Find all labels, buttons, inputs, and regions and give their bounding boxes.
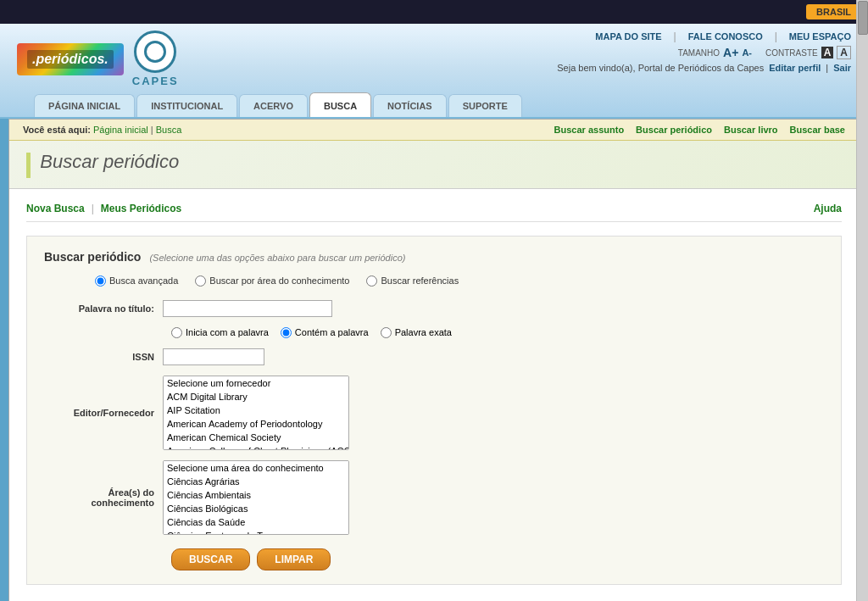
tab-pagina-inicial[interactable]: PÁGINA INICIAL [34,94,135,117]
issn-label: ISSN [44,352,163,362]
radio-busca-avancada-input[interactable] [95,275,106,287]
nova-busca-link[interactable]: Nova Busca [26,203,85,214]
area-option-1[interactable]: Ciências Agrárias [164,475,348,488]
contraste-label: CONTRASTE [765,48,818,58]
palavra-titulo-field: Palavra no título: [44,300,824,317]
header-top: .periódicos. CAPES MAPA DO SITE | FALE C… [17,31,851,87]
search-title-row: Buscar periódico (Selecione uma das opçõ… [44,250,824,264]
radio-exata-label: Palavra exata [395,327,452,337]
header-links: MAPA DO SITE | FALE CONOSCO | MEU ESPAÇO… [557,31,851,78]
font-larger-button[interactable]: A+ [723,46,738,59]
breadcrumb-left: Você está aqui: Página inicial | Busca [23,125,181,135]
radio-contem-label: Contém a palavra [295,327,369,337]
buscar-assunto-link[interactable]: Buscar assunto [554,125,625,135]
buscar-base-link[interactable]: Buscar base [790,125,845,135]
editor-option-3[interactable]: American Academy of Periodontology [164,417,348,431]
capes-circle-icon [134,31,176,73]
issn-input[interactable] [163,348,264,365]
tab-acervo[interactable]: ACERVO [239,94,308,117]
sair-link[interactable]: Sair [833,63,851,73]
tab-suporte[interactable]: SUPORTE [448,94,522,117]
editor-option-5[interactable]: American College of Chest Physicians (AC… [164,444,348,450]
search-section-title: Buscar periódico [44,250,141,264]
brasil-button[interactable]: BRASIL [806,4,861,19]
palavra-titulo-input[interactable] [163,300,332,317]
area-option-0[interactable]: Selecione uma área do conhecimento [164,461,348,475]
ajuda-link[interactable]: Ajuda [814,203,842,214]
contrast-dark-button[interactable]: A [821,47,834,58]
buscar-livro-link[interactable]: Buscar livro [724,125,778,135]
breadcrumb-home[interactable]: Página inicial [93,125,148,135]
radio-busca-area[interactable]: Buscar por área do conhecimento [195,275,349,287]
editor-option-1[interactable]: ACM Digital Library [164,390,348,403]
area-option-2[interactable]: Ciências Ambientais [164,488,348,502]
search-button[interactable]: BUSCAR [171,548,250,570]
radio-contem[interactable]: Contém a palavra [281,327,369,338]
area-option-4[interactable]: Ciências da Saúde [164,515,348,529]
header: .periódicos. CAPES MAPA DO SITE | FALE C… [0,24,868,119]
welcome-text: Seja bem vindo(a), Portal de Periódicos … [557,63,764,73]
issn-field: ISSN [44,348,824,365]
tab-busca[interactable]: BUSCA [309,92,371,117]
tamanho-label: TAMANHO [678,48,720,58]
radio-exata-input[interactable] [381,327,392,338]
meus-periodicos-link[interactable]: Meus Periódicos [101,203,181,214]
search-section: Buscar periódico (Selecione uma das opçõ… [26,236,842,585]
periodicos-logo[interactable]: .periódicos. [17,43,124,75]
radio-inicia-input[interactable] [171,327,182,338]
breadcrumb-prefix: Você está aqui: [23,125,91,135]
edit-profile-link[interactable]: Editar perfil [769,63,821,73]
tab-noticias[interactable]: NOTÍCIAS [373,94,447,117]
radio-exata[interactable]: Palavra exata [381,327,452,338]
area-field: Área(s) do conhecimento Selecione uma ár… [44,460,824,535]
mapa-link[interactable]: MAPA DO SITE [595,31,661,42]
top-bar: BRASIL [0,0,868,24]
periodicos-logo-text: .periódicos. [27,50,114,69]
radio-inicia-label: Inicia com a palavra [186,327,269,337]
page-title-area: Buscar periódico [9,141,859,189]
area-label: Área(s) do conhecimento [44,487,163,508]
main-nav: PÁGINA INICIAL INSTITUCIONAL ACERVO BUSC… [17,92,851,117]
fale-link[interactable]: FALE CONOSCO [688,31,763,42]
editor-label: Editor/Fornecedor [44,408,163,418]
logo-area: .periódicos. CAPES [17,31,179,87]
tab-institucional[interactable]: INSTITUCIONAL [136,94,237,117]
contraste-area: CONTRASTE A A [765,46,851,59]
meu-espaco-link[interactable]: MEU ESPAÇO [789,31,851,42]
page-scrollbar[interactable] [856,0,868,601]
capes-logo-area: CAPES [132,31,179,87]
accessibility-row: TAMANHO A+ A- CONTRASTE A A [678,46,851,59]
sub-nav-sep: | [92,203,94,214]
form-area: Nova Busca | Meus Periódicos Ajuda Busca… [9,189,859,601]
area-option-3[interactable]: Ciências Biológicas [164,502,348,515]
button-row: BUSCAR LIMPAR [44,548,824,570]
font-smaller-button[interactable]: A- [742,47,752,58]
editor-option-0[interactable]: Selecione um fornecedor [164,376,348,390]
area-select[interactable]: Selecione uma área do conhecimento Ciênc… [163,460,349,535]
welcome-row: Seja bem vindo(a), Portal de Periódicos … [557,63,851,73]
radio-busca-referencias[interactable]: Buscar referências [366,275,459,287]
buscar-periodico-link[interactable]: Buscar periódico [636,125,712,135]
radio-busca-area-input[interactable] [195,275,206,287]
scrollbar-thumb[interactable] [858,1,868,35]
clear-button[interactable]: LIMPAR [257,548,331,570]
contrast-light-button[interactable]: A [837,46,851,59]
radio-busca-avancada[interactable]: Busca avançada [95,275,178,287]
radio-contem-input[interactable] [281,327,292,338]
tamanho-area: TAMANHO A+ A- [678,46,752,59]
editor-option-2[interactable]: AIP Scitation [164,403,348,417]
page-title: Buscar periódico [40,151,179,172]
radio-busca-referencias-input[interactable] [366,275,377,287]
radio-inicia[interactable]: Inicia com a palavra [171,327,269,338]
area-option-5[interactable]: Ciências Exatas e da Terra [164,529,348,535]
palavra-titulo-label: Palavra no título: [44,303,163,314]
breadcrumb-current[interactable]: Busca [156,125,182,135]
radio-busca-avancada-label: Busca avançada [109,275,178,286]
search-type-radio-group: Busca avançada Buscar por área do conhec… [44,275,824,287]
capes-text: CAPES [132,75,179,87]
sep2: | [775,31,777,42]
title-bar-decoration [26,153,31,178]
editor-field: Editor/Fornecedor Selecione um fornecedo… [44,376,824,450]
editor-select[interactable]: Selecione um fornecedor ACM Digital Libr… [163,376,349,450]
editor-option-4[interactable]: American Chemical Society [164,431,348,444]
